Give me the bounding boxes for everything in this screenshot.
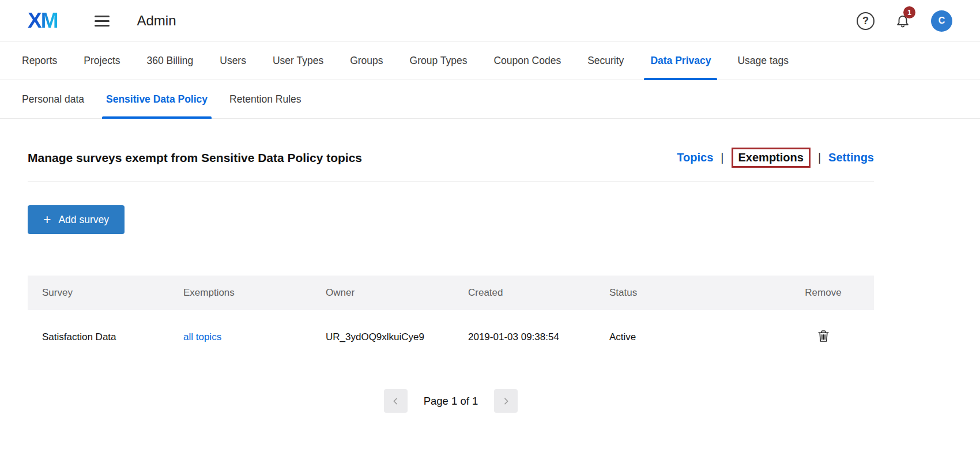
page-indicator: Page 1 of 1 [424, 395, 478, 408]
remove-survey-button[interactable] [816, 329, 831, 345]
page-title: Admin [137, 13, 176, 29]
chevron-right-icon [502, 397, 511, 406]
subtab-personal-data[interactable]: Personal data [22, 80, 95, 118]
chevron-left-icon [391, 397, 400, 406]
section-heading: Manage surveys exempt from Sensitive Dat… [28, 151, 362, 165]
xm-logo[interactable]: XM [28, 9, 58, 33]
cell-owner-id: UR_3ydOQ9xlkuiCye9 [311, 310, 454, 360]
hamburger-menu-icon[interactable] [93, 13, 111, 29]
column-header-created: Created [454, 276, 595, 310]
subtab-sensitive-data-policy[interactable]: Sensitive Data Policy [95, 80, 218, 118]
topics-link[interactable]: Topics [677, 151, 713, 164]
notifications-button[interactable]: 1 [895, 13, 910, 31]
topbar: XM Admin ? 1 C [0, 0, 980, 42]
tab-data-privacy[interactable]: Data Privacy [637, 42, 724, 80]
table-header-row: Survey Exemptions Owner Created Status R… [28, 276, 874, 310]
tab-user-types[interactable]: User Types [259, 42, 337, 80]
pagination: Page 1 of 1 [28, 389, 874, 413]
tab-coupon-codes[interactable]: Coupon Codes [480, 42, 574, 80]
heading-row: Manage surveys exempt from Sensitive Dat… [28, 119, 874, 182]
tab-users[interactable]: Users [206, 42, 259, 80]
plus-icon: + [43, 213, 51, 227]
column-header-status: Status [595, 276, 772, 310]
tab-projects[interactable]: Projects [70, 42, 133, 80]
all-topics-link[interactable]: all topics [183, 331, 221, 342]
column-header-owner: Owner [311, 276, 454, 310]
tab-group-types[interactable]: Group Types [397, 42, 481, 80]
exemptions-link[interactable]: Exemptions [732, 148, 811, 168]
previous-page-button[interactable] [384, 389, 408, 413]
divider [28, 182, 874, 182]
primary-nav: Reports Projects 360 Billing Users User … [0, 42, 980, 80]
add-survey-label: Add survey [58, 214, 109, 226]
tab-usage-tags[interactable]: Usage tags [724, 42, 802, 80]
avatar[interactable]: C [931, 10, 952, 32]
tab-reports[interactable]: Reports [22, 42, 70, 80]
cell-survey-name: Satisfaction Data [28, 310, 169, 360]
view-switcher: Topics | Exemptions | Settings [677, 148, 874, 168]
secondary-nav: Personal data Sensitive Data Policy Rete… [0, 80, 980, 119]
column-header-survey: Survey [28, 276, 169, 310]
cell-status: Active [595, 310, 772, 360]
settings-link[interactable]: Settings [828, 151, 874, 164]
column-header-exemptions: Exemptions [169, 276, 311, 310]
trash-icon [818, 330, 829, 342]
add-survey-button[interactable]: + Add survey [28, 205, 125, 234]
notification-badge: 1 [903, 6, 915, 18]
separator: | [818, 151, 821, 164]
main-content: Manage surveys exempt from Sensitive Dat… [28, 119, 874, 413]
cell-created-date: 2019-01-03 09:38:54 [454, 310, 595, 360]
exemptions-table: Survey Exemptions Owner Created Status R… [28, 276, 874, 360]
help-icon[interactable]: ? [857, 12, 875, 30]
subtab-retention-rules[interactable]: Retention Rules [218, 80, 312, 118]
tab-360-billing[interactable]: 360 Billing [134, 42, 207, 80]
topbar-actions: ? 1 C [857, 10, 952, 32]
table-row: Satisfaction Data all topics UR_3ydOQ9xl… [28, 310, 874, 360]
column-header-remove: Remove [772, 276, 874, 310]
separator: | [721, 151, 723, 164]
tab-groups[interactable]: Groups [337, 42, 396, 80]
tab-security[interactable]: Security [574, 42, 637, 80]
next-page-button[interactable] [494, 389, 518, 413]
